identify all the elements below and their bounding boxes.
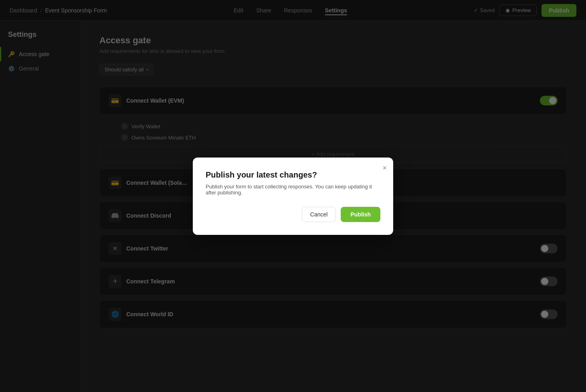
modal-title: Publish your latest changes? <box>206 170 380 180</box>
publish-modal: × Publish your latest changes? Publish y… <box>193 158 393 235</box>
cancel-button[interactable]: Cancel <box>302 207 336 222</box>
modal-description: Publish your form to start collecting re… <box>206 184 380 196</box>
modal-actions: Cancel Publish <box>206 207 380 222</box>
modal-overlay: × Publish your latest changes? Publish y… <box>0 0 586 392</box>
publish-button[interactable]: Publish <box>341 207 380 222</box>
modal-close-button[interactable]: × <box>382 164 387 172</box>
